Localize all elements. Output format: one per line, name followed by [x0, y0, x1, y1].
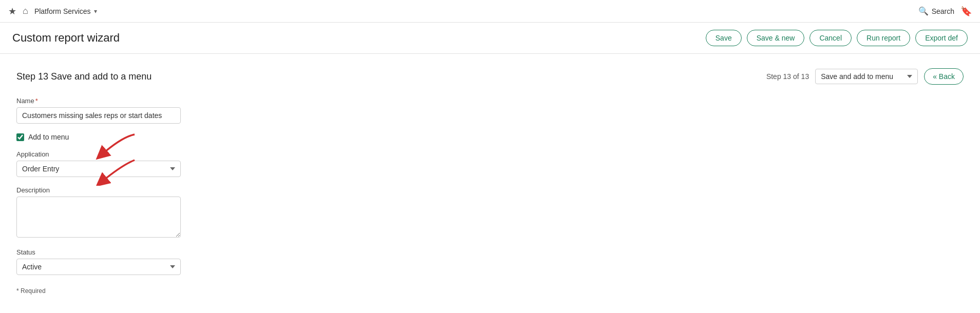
export-def-button[interactable]: Export def: [915, 30, 968, 46]
step-of-label: Step 13 of 13: [766, 72, 809, 81]
main-content: Step 13 Save and add to a menu Step 13 o…: [0, 54, 980, 309]
breadcrumb: Platform Services ▾: [34, 7, 97, 15]
description-group: Description: [16, 186, 964, 239]
step-select[interactable]: Save and add to menu: [815, 69, 918, 84]
application-label: Application: [16, 150, 964, 158]
step-title: Step 13 Save and add to a menu: [16, 71, 152, 82]
required-star: *: [35, 97, 38, 105]
name-input[interactable]: [16, 107, 181, 124]
run-report-button[interactable]: Run report: [857, 30, 910, 46]
header-actions: Save Save & new Cancel Run report Export…: [706, 30, 968, 46]
description-label: Description: [16, 186, 964, 194]
status-select[interactable]: Active Inactive: [16, 259, 181, 275]
description-textarea[interactable]: [16, 197, 181, 238]
search-label: Search: [932, 7, 954, 15]
status-group: Status Active Inactive: [16, 248, 964, 275]
application-select[interactable]: Order Entry Sales Purchasing Inventory: [16, 161, 181, 177]
add-to-menu-row: Add to menu: [16, 133, 964, 141]
cancel-button[interactable]: Cancel: [809, 30, 852, 46]
required-note: * Required: [16, 287, 964, 295]
save-new-button[interactable]: Save & new: [747, 30, 805, 46]
page-header: Custom report wizard Save Save & new Can…: [0, 23, 980, 54]
back-button[interactable]: « Back: [924, 68, 964, 85]
page-title: Custom report wizard: [12, 31, 120, 45]
chevron-down-icon[interactable]: ▾: [94, 8, 97, 15]
navbar: ★ ⌂ Platform Services ▾ 🔍 Search 🔖: [0, 0, 980, 23]
add-to-menu-checkbox[interactable]: [16, 133, 24, 141]
add-to-menu-label: Add to menu: [28, 133, 69, 141]
star-icon[interactable]: ★: [8, 6, 16, 17]
application-group: Application Order Entry Sales Purchasing…: [16, 150, 964, 177]
status-label: Status: [16, 248, 964, 256]
save-button[interactable]: Save: [706, 30, 742, 46]
bookmark-icon[interactable]: 🔖: [960, 6, 972, 17]
name-label: Name*: [16, 97, 964, 105]
form-section: Name* Add to menu Application Order E: [16, 97, 964, 295]
search-button[interactable]: 🔍 Search: [918, 6, 954, 16]
step-nav: Step 13 of 13 Save and add to menu « Bac…: [766, 68, 964, 85]
search-icon: 🔍: [918, 6, 929, 16]
home-icon[interactable]: ⌂: [23, 6, 28, 16]
breadcrumb-label: Platform Services: [34, 7, 91, 15]
step-header-row: Step 13 Save and add to a menu Step 13 o…: [16, 68, 964, 85]
name-group: Name*: [16, 97, 964, 124]
